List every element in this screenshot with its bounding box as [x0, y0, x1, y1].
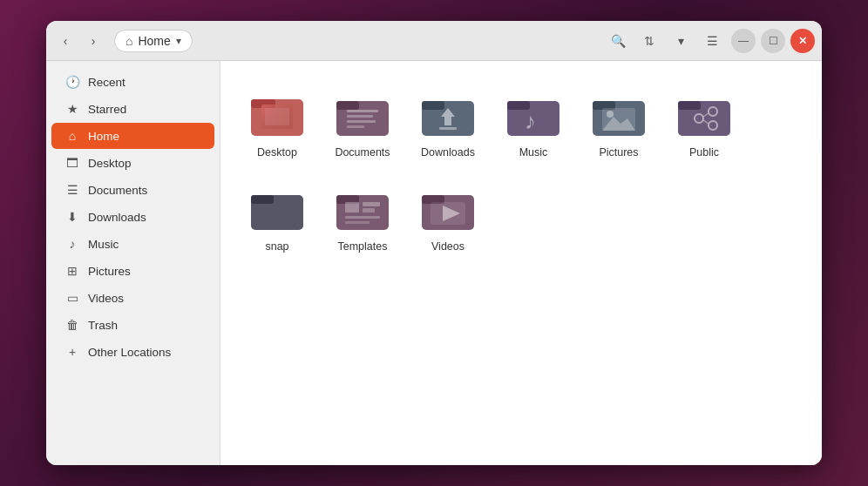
home-icon: ⌂	[125, 34, 132, 48]
folder-downloads-label: Downloads	[421, 146, 475, 159]
svg-rect-24	[678, 101, 701, 110]
other-locations-icon: +	[65, 345, 79, 359]
folder-music-label: Music	[519, 146, 548, 159]
svg-rect-8	[347, 115, 373, 118]
sidebar-item-pictures[interactable]: ⊞ Pictures	[51, 258, 214, 284]
folder-pictures-label: Pictures	[599, 146, 638, 159]
sidebar-label-desktop: Desktop	[88, 157, 132, 170]
trash-icon: 🗑	[65, 318, 79, 332]
location-bar[interactable]: ⌂ Home ▾	[114, 30, 193, 52]
recent-icon: 🕐	[65, 75, 79, 89]
sidebar-item-downloads[interactable]: ⬇ Downloads	[51, 204, 214, 230]
chevron-down-icon: ▾	[176, 35, 181, 47]
svg-rect-4	[261, 105, 293, 129]
svg-rect-10	[347, 125, 364, 128]
folder-public-icon	[676, 85, 732, 141]
folder-downloads-icon	[420, 85, 476, 141]
sort-icon: ⇅	[644, 34, 654, 48]
back-button[interactable]: ‹	[53, 29, 78, 53]
svg-rect-38	[345, 221, 370, 224]
sort-dropdown-button[interactable]: ▾	[667, 29, 695, 53]
forward-button[interactable]: ›	[81, 29, 105, 53]
chevron-down-icon: ▾	[678, 34, 684, 48]
sidebar-label-documents: Documents	[88, 184, 147, 197]
sidebar-label-videos: Videos	[88, 292, 124, 305]
location-text: Home	[138, 34, 170, 48]
maximize-button[interactable]: ☐	[761, 29, 785, 53]
folder-grid: Desktop D	[238, 78, 804, 260]
folder-desktop-label: Desktop	[257, 146, 297, 159]
svg-text:♪: ♪	[525, 109, 536, 134]
folder-snap-label: snap	[265, 240, 288, 253]
downloads-icon: ⬇	[65, 210, 79, 224]
svg-rect-34	[345, 202, 359, 213]
svg-rect-12	[422, 101, 444, 110]
sidebar-label-recent: Recent	[88, 76, 125, 89]
minimize-button[interactable]: —	[731, 29, 756, 53]
folder-videos[interactable]: Videos	[409, 172, 487, 260]
hamburger-icon: ☰	[707, 34, 718, 48]
titlebar: ‹ › ⌂ Home ▾ 🔍 ⇅ ▾ ☰ — ☐ ✕	[46, 21, 822, 61]
svg-rect-37	[345, 216, 380, 219]
svg-rect-6	[336, 101, 359, 110]
svg-rect-35	[363, 202, 380, 206]
svg-point-21	[607, 111, 614, 118]
folder-snap[interactable]: snap	[238, 172, 316, 260]
folder-public[interactable]: Public	[665, 78, 743, 165]
sidebar-item-desktop[interactable]: 🗖 Desktop	[51, 150, 214, 176]
close-button[interactable]: ✕	[790, 29, 815, 53]
folder-public-label: Public	[689, 146, 719, 159]
search-icon: 🔍	[611, 34, 626, 48]
folder-pictures-icon	[591, 85, 647, 141]
menu-button[interactable]: ☰	[698, 29, 726, 53]
sidebar-item-starred[interactable]: ★ Starred	[51, 96, 214, 122]
folder-downloads[interactable]: Downloads	[409, 78, 487, 165]
sidebar-item-other-locations[interactable]: + Other Locations	[51, 339, 214, 365]
sidebar-item-videos[interactable]: ▭ Videos	[51, 285, 214, 311]
documents-icon: ☰	[65, 183, 79, 197]
sidebar-label-other-locations: Other Locations	[88, 346, 171, 359]
folder-desktop-icon	[249, 85, 305, 141]
sidebar-label-downloads: Downloads	[88, 211, 146, 224]
home-icon: ⌂	[65, 129, 79, 143]
folder-templates[interactable]: Templates	[323, 172, 402, 260]
folder-documents-label: Documents	[335, 146, 390, 159]
folder-desktop[interactable]: Desktop	[238, 78, 316, 165]
folder-videos-icon	[420, 179, 476, 235]
svg-rect-14	[439, 127, 457, 130]
folder-documents[interactable]: Documents	[323, 78, 402, 165]
sidebar-item-home[interactable]: ⌂ Home	[51, 123, 214, 149]
folder-music-icon: ♪	[505, 85, 561, 141]
sidebar-label-pictures: Pictures	[88, 265, 131, 278]
folder-templates-label: Templates	[338, 240, 388, 253]
folder-snap-icon	[249, 179, 305, 235]
music-icon: ♪	[65, 237, 79, 251]
sidebar-item-recent[interactable]: 🕐 Recent	[51, 69, 214, 95]
folder-videos-label: Videos	[431, 240, 465, 253]
svg-rect-9	[347, 120, 376, 123]
svg-rect-7	[347, 110, 378, 112]
sidebar-item-trash[interactable]: 🗑 Trash	[51, 312, 214, 338]
svg-rect-31	[251, 195, 274, 204]
sidebar-item-music[interactable]: ♪ Music	[51, 231, 214, 257]
svg-rect-36	[363, 208, 375, 213]
folder-music[interactable]: ♪ Music	[494, 78, 573, 165]
main-area: Desktop D	[220, 61, 822, 465]
sidebar-label-music: Music	[88, 238, 119, 251]
search-button[interactable]: 🔍	[604, 29, 632, 53]
videos-icon: ▭	[65, 291, 79, 305]
content-area: 🕐 Recent ★ Starred ⌂ Home 🗖 Desktop ☰ Do…	[46, 61, 822, 465]
sidebar-item-documents[interactable]: ☰ Documents	[51, 177, 214, 203]
sidebar-label-starred: Starred	[88, 103, 126, 116]
sidebar-label-trash: Trash	[88, 319, 118, 332]
folder-pictures[interactable]: Pictures	[580, 78, 658, 165]
sidebar-label-home: Home	[88, 130, 119, 143]
desktop-icon: 🗖	[65, 156, 79, 170]
sort-button[interactable]: ⇅	[635, 29, 663, 53]
file-manager-window: ‹ › ⌂ Home ▾ 🔍 ⇅ ▾ ☰ — ☐ ✕	[46, 21, 822, 465]
sidebar: 🕐 Recent ★ Starred ⌂ Home 🗖 Desktop ☰ Do…	[46, 61, 220, 465]
starred-icon: ★	[65, 102, 79, 116]
folder-templates-icon	[335, 179, 390, 235]
pictures-icon: ⊞	[65, 264, 79, 278]
folder-documents-icon	[335, 85, 390, 141]
